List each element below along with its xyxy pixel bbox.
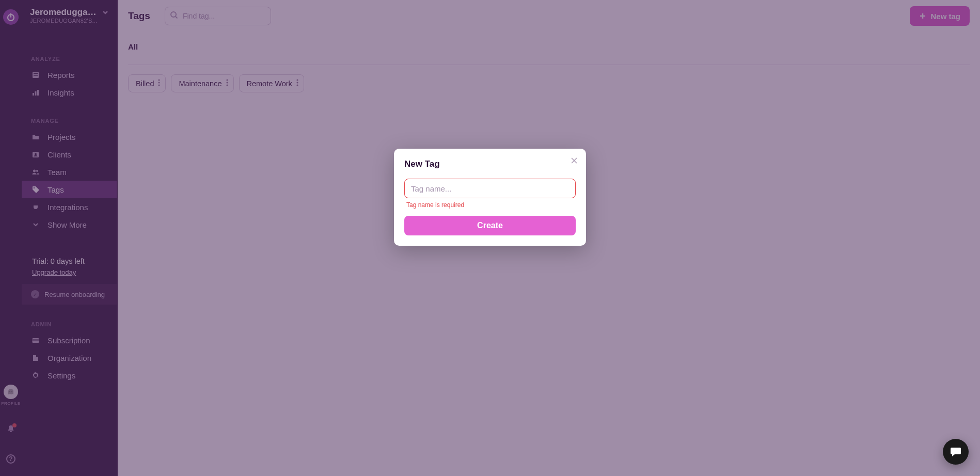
modal-title: New Tag <box>404 159 576 169</box>
modal-close-button[interactable] <box>570 156 579 165</box>
tag-name-input[interactable] <box>404 179 576 198</box>
chat-icon <box>949 445 962 458</box>
tag-name-error: Tag name is required <box>406 201 576 209</box>
modal-overlay[interactable]: New Tag Tag name is required Create <box>0 0 980 476</box>
new-tag-modal: New Tag Tag name is required Create <box>394 149 586 246</box>
close-icon <box>571 157 577 164</box>
chat-button[interactable] <box>943 439 969 465</box>
create-button[interactable]: Create <box>404 216 576 235</box>
